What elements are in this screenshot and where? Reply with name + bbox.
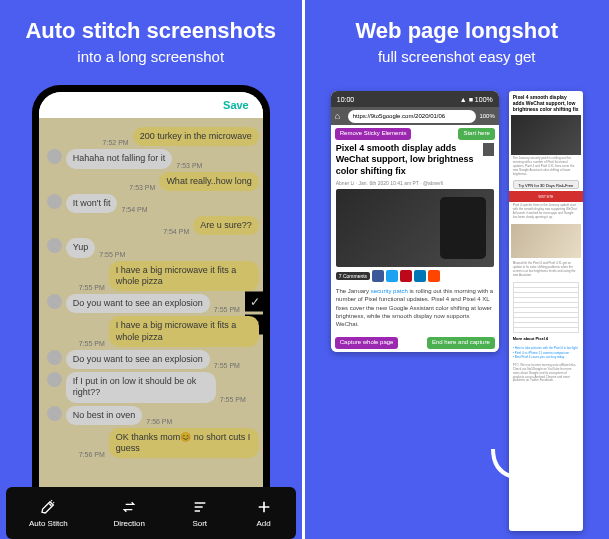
timestamp: 7:55 PM — [79, 284, 105, 291]
ls-text-4: FTC: We use income earning auto affiliat… — [509, 362, 583, 385]
bubble: Do you want to see an explosion — [66, 350, 210, 369]
ls-text-2: Pixel 4 specific fixes in the January up… — [509, 202, 583, 222]
browser-mock: 10:00 ▲ ■ 100% ⌂ 100% Remove Sticky Elem… — [331, 91, 499, 352]
capture-controls-bottom: Capture whole page End here and capture — [331, 334, 499, 352]
home-icon[interactable]: ⌂ — [335, 111, 345, 121]
timestamp: 7:55 PM — [220, 396, 246, 403]
chat-message: No best in oven7:56 PM — [43, 406, 259, 425]
article-hero-image — [336, 189, 494, 267]
toolbar-direction[interactable]: Direction — [113, 498, 145, 528]
save-button[interactable]: Save — [223, 99, 249, 111]
capture-whole-button[interactable]: Capture whole page — [335, 337, 399, 349]
timestamp: 7:55 PM — [99, 251, 125, 258]
progress-label: 100% — [479, 113, 494, 119]
subhead-left: into a long screenshot — [77, 48, 224, 65]
chat-message: If I put in on low it should be ok right… — [43, 372, 259, 403]
toolbar-label: Auto Stitch — [29, 519, 68, 528]
headline-left: Auto stitch screenshots — [25, 18, 276, 44]
wand-icon — [39, 498, 57, 516]
bubble: Yup — [66, 238, 96, 257]
chat-message: 7:55 PMI have a big microwave it fits a … — [43, 316, 259, 347]
ls-table — [513, 282, 579, 332]
timestamp: 7:54 PM — [163, 228, 189, 235]
ls-visit-button[interactable]: VISIT SITE — [509, 191, 583, 202]
ls-text-1: The January security patch is rolling ou… — [509, 155, 583, 178]
comments-row: 7 Comments — [336, 270, 494, 282]
plus-icon — [255, 498, 273, 516]
panel-auto-stitch: Auto stitch screenshots into a long scre… — [0, 0, 305, 539]
toolbar-sort[interactable]: Sort — [191, 498, 209, 528]
chat-message: Do you want to see an explosion7:55 PM — [43, 294, 259, 313]
arrow-indicator — [487, 445, 543, 495]
ls-title: Pixel 4 smooth display adds WeChat suppo… — [509, 91, 583, 115]
avatar — [47, 149, 62, 164]
timestamp: 7:55 PM — [214, 362, 240, 369]
toolbar-label: Sort — [192, 519, 207, 528]
linkedin-icon[interactable] — [414, 270, 426, 282]
chat-message: 7:53 PMWhat really..how long — [43, 172, 259, 191]
bubble: Do you want to see an explosion — [66, 294, 210, 313]
article-body: The January security patch is rolling ou… — [336, 287, 494, 329]
avatar — [47, 294, 62, 309]
timestamp: 7:56 PM — [146, 418, 172, 425]
bubble: No best in oven — [66, 406, 143, 425]
chat-message: 7:52 PM200 turkey in the microwave — [43, 127, 259, 146]
ls-text-3: Meanwhile the Pixel 4 and Pixel 4 XL get… — [509, 260, 583, 280]
chat-message: It won't fit7:54 PM — [43, 194, 259, 213]
url-input[interactable] — [348, 110, 477, 123]
screen-topbar: Save — [39, 92, 263, 118]
timestamp: 7:54 PM — [121, 206, 147, 213]
bubble: 200 turkey in the microwave — [133, 127, 259, 146]
avatar — [47, 372, 62, 387]
pinterest-icon[interactable] — [400, 270, 412, 282]
comments-badge[interactable]: 7 Comments — [336, 272, 370, 280]
toolbar-auto-stitch[interactable]: Auto Stitch — [29, 498, 68, 528]
browser-urlbar: ⌂ 100% — [331, 107, 499, 125]
remove-sticky-button[interactable]: Remove Sticky Elements — [335, 128, 412, 140]
headline-right: Web page longshot — [356, 18, 558, 44]
document-icon — [483, 143, 494, 156]
bubble: OK thanks mom😊 no short cuts I guess — [109, 428, 259, 459]
bubble: What really..how long — [159, 172, 258, 191]
article-title: Pixel 4 smooth display adds WeChat suppo… — [336, 143, 494, 177]
toolbar-add[interactable]: Add — [255, 498, 273, 528]
ls-footer-links: • How to take pictures with the Pixel 4 … — [509, 344, 583, 362]
article-link[interactable]: security patch — [371, 288, 408, 294]
bottom-toolbar: Auto StitchDirectionSortAdd — [6, 487, 296, 539]
chat-message: Yup7:55 PM — [43, 238, 259, 257]
ls-more-heading: More about Pixel 4 — [509, 334, 583, 345]
timestamp: 7:53 PM — [129, 184, 155, 191]
timestamp: 7:55 PM — [79, 340, 105, 347]
panel-longshot: Web page longshot full screenshot easy g… — [305, 0, 610, 539]
swap-icon — [120, 498, 138, 516]
timestamp: 7:52 PM — [103, 139, 129, 146]
avatar — [47, 238, 62, 253]
phone-frame: Save ✓ ✕ 7:52 PM200 turkey in the microw… — [32, 85, 270, 515]
chat-message: Do you want to see an explosion7:55 PM — [43, 350, 259, 369]
toolbar-label: Direction — [113, 519, 145, 528]
ls-ad-vpn: Try VPN for 30 Days Risk-Free — [513, 180, 579, 189]
ls-hero-image — [511, 115, 581, 155]
timestamp: 7:53 PM — [176, 162, 202, 169]
twitter-icon[interactable] — [386, 270, 398, 282]
avatar — [47, 406, 62, 421]
facebook-icon[interactable] — [372, 270, 384, 282]
timestamp: 7:56 PM — [79, 451, 105, 458]
ls-image-2 — [511, 224, 581, 258]
sort-icon — [191, 498, 209, 516]
phone-screen: Save ✓ ✕ 7:52 PM200 turkey in the microw… — [39, 92, 263, 508]
start-here-button[interactable]: Start here — [458, 128, 494, 140]
end-capture-button[interactable]: End here and capture — [427, 337, 495, 349]
chat-message: 7:56 PMOK thanks mom😊 no short cuts I gu… — [43, 428, 259, 459]
reddit-icon[interactable] — [428, 270, 440, 282]
bubble: If I put in on low it should be ok right… — [66, 372, 216, 403]
bubble: I have a big microwave it fits a whole p… — [109, 316, 259, 347]
chat-message: 7:55 PMI have a big microwave it fits a … — [43, 261, 259, 292]
toolbar-label: Add — [256, 519, 270, 528]
bubble: I have a big microwave it fits a whole p… — [109, 261, 259, 292]
bubble: Hahaha not falling for it — [66, 149, 173, 168]
chat-message: Hahaha not falling for it7:53 PM — [43, 149, 259, 168]
capture-controls-top: Remove Sticky Elements Start here — [331, 125, 499, 143]
bubble: It won't fit — [66, 194, 118, 213]
article-byline: Abner Li · Jan. 6th 2020 10:41 am PT · @… — [336, 180, 494, 186]
